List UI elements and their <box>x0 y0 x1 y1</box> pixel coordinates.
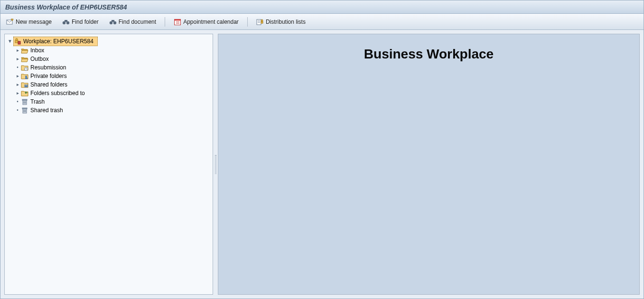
find-document-button[interactable]: Find document <box>107 17 158 27</box>
toolbar: New message Find folder Find document Ap… <box>0 14 644 30</box>
folder-shared-icon <box>21 81 28 88</box>
svg-rect-6 <box>112 20 114 22</box>
tree-root-label: Workplace: EHP6USER584 <box>22 37 95 46</box>
folder-open-icon <box>21 47 28 54</box>
tree-root[interactable]: ▼ Workplace: EHP6USER584 <box>6 37 99 46</box>
tree-pane[interactable]: ▼ Workplace: EHP6USER584 ▸ Inbox▸ Outbox… <box>4 34 213 295</box>
workplace-icon <box>14 38 21 45</box>
appointment-calendar-label: Appointment calendar <box>183 19 239 25</box>
tree-item[interactable]: • Resubmission <box>14 63 213 72</box>
svg-point-23 <box>26 84 28 86</box>
svg-point-14 <box>261 19 263 21</box>
collapse-icon[interactable]: ▼ <box>8 37 12 46</box>
distribution-lists-label: Distribution lists <box>266 19 306 25</box>
expand-icon[interactable]: ▸ <box>15 46 20 55</box>
tree-item-label: Shared trash <box>29 106 65 115</box>
content-header: Business Workplace <box>364 47 494 62</box>
tree-item[interactable]: • Shared trash <box>14 106 213 115</box>
calendar-icon <box>174 18 181 26</box>
expand-icon[interactable]: ▸ <box>15 55 20 63</box>
tree-item-label: Outbox <box>29 55 51 63</box>
leaf-icon: • <box>15 97 20 106</box>
tree-item[interactable]: ▸ Outbox <box>14 55 213 63</box>
app-frame: Business Workplace of EHP6USER584 New me… <box>0 0 644 299</box>
svg-rect-24 <box>25 86 28 87</box>
content-pane: Business Workplace <box>218 34 640 295</box>
svg-rect-26 <box>22 99 27 100</box>
svg-rect-15 <box>261 21 263 23</box>
svg-rect-8 <box>175 19 181 20</box>
tree-item[interactable]: ▸ Inbox <box>14 46 213 55</box>
new-message-button[interactable]: New message <box>4 17 54 27</box>
expand-icon[interactable]: ▸ <box>15 89 20 97</box>
expand-icon[interactable]: ▸ <box>15 72 20 80</box>
leaf-icon: • <box>15 63 20 72</box>
find-folder-button[interactable]: Find folder <box>60 17 101 27</box>
folder-tree: ▼ Workplace: EHP6USER584 ▸ Inbox▸ Outbox… <box>5 34 213 115</box>
body: ▼ Workplace: EHP6USER584 ▸ Inbox▸ Outbox… <box>0 30 644 299</box>
svg-rect-31 <box>22 108 27 109</box>
appointment-calendar-button[interactable]: Appointment calendar <box>172 17 241 27</box>
binoculars-icon <box>109 18 117 26</box>
folder-clock-icon <box>21 64 28 71</box>
distribution-list-icon <box>256 18 264 26</box>
svg-point-22 <box>24 84 26 86</box>
splitter-grip-icon <box>215 155 216 174</box>
tree-item[interactable]: ▸ Private folders <box>14 72 213 80</box>
folder-private-icon <box>21 72 28 80</box>
tree-item[interactable]: ▸ Folders subscribed to <box>14 89 213 97</box>
tree-item-label: Folders subscribed to <box>29 89 87 97</box>
trash-icon <box>21 98 28 106</box>
find-folder-label: Find folder <box>72 19 99 25</box>
trash-icon <box>21 106 28 114</box>
folder-open-icon <box>21 55 28 63</box>
leaf-icon: • <box>15 106 20 115</box>
new-message-label: New message <box>16 19 52 25</box>
tree-item-label: Inbox <box>29 46 46 55</box>
svg-rect-3 <box>65 20 67 22</box>
window-title: Business Workplace of EHP6USER584 <box>5 3 127 11</box>
svg-rect-18 <box>18 41 20 44</box>
tree-item-label: Resubmission <box>29 63 68 72</box>
tree-item[interactable]: • Trash <box>14 97 213 106</box>
tree-item[interactable]: ▸ Shared folders <box>14 80 213 89</box>
new-message-icon <box>6 18 14 26</box>
svg-rect-21 <box>25 77 28 79</box>
folder-sub-icon <box>21 89 28 97</box>
svg-rect-17 <box>15 40 18 43</box>
expand-icon[interactable]: ▸ <box>15 80 20 89</box>
splitter[interactable] <box>213 34 218 295</box>
svg-point-20 <box>25 76 27 77</box>
tree-item-label: Shared folders <box>29 80 69 89</box>
find-document-label: Find document <box>119 19 156 25</box>
binoculars-icon <box>62 18 70 26</box>
distribution-lists-button[interactable]: Distribution lists <box>254 17 308 27</box>
toolbar-separator <box>247 17 248 27</box>
tree-item-label: Private folders <box>29 72 69 80</box>
tree-item-label: Trash <box>29 97 47 106</box>
toolbar-separator <box>165 17 165 27</box>
titlebar: Business Workplace of EHP6USER584 <box>0 0 644 14</box>
